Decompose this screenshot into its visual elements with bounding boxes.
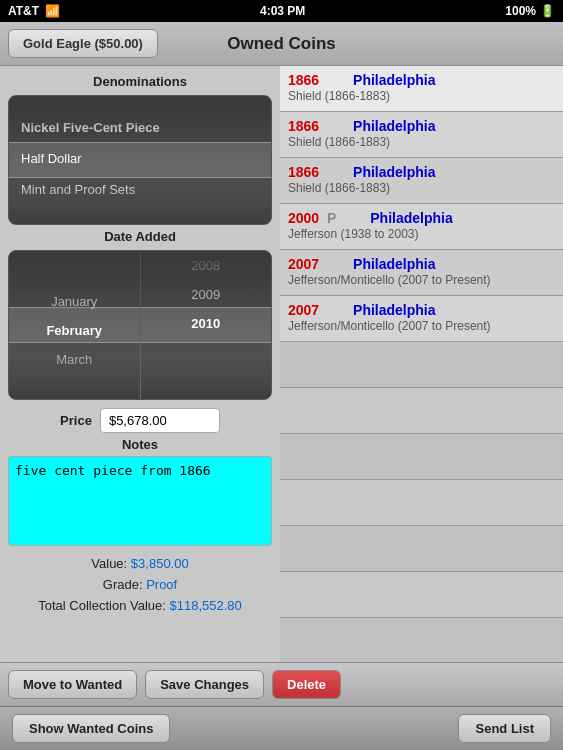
coin-year: 2007 — [288, 256, 319, 272]
picker-item-empty — [9, 96, 271, 112]
coin-desc: Shield (1866-1883) — [288, 181, 555, 195]
status-left: AT&T 📶 — [8, 4, 60, 18]
status-bar: AT&T 📶 4:03 PM 100% 🔋 — [0, 0, 563, 22]
price-input[interactable] — [100, 408, 220, 433]
month-item-empty — [9, 251, 140, 287]
list-item[interactable]: 2007 Philadelphia Jefferson/Monticello (… — [280, 296, 563, 342]
coin-p: P — [327, 210, 336, 226]
coin-desc: Shield (1866-1883) — [288, 89, 555, 103]
bottom-bar: Show Wanted Coins Send List — [0, 706, 563, 750]
coin-desc: Jefferson/Monticello (2007 to Present) — [288, 319, 555, 333]
coin-year-mint: 2007 Philadelphia — [288, 302, 555, 318]
coin-year: 1866 — [288, 72, 319, 88]
left-panel: Denominations Nickel Five-Cent Piece Hal… — [0, 66, 280, 662]
empty-row — [280, 388, 563, 434]
month-item-feb[interactable]: February — [9, 316, 140, 345]
battery-icon: 🔋 — [540, 4, 555, 18]
coin-mint: Philadelphia — [353, 118, 435, 134]
grade-value: Proof — [146, 577, 177, 592]
coin-year-mint: 2000 P Philadelphia — [288, 210, 555, 226]
status-right: 100% 🔋 — [505, 4, 555, 18]
move-to-wanted-button[interactable]: Move to Wanted — [8, 670, 137, 699]
grade-label: Grade: — [103, 577, 143, 592]
coin-year-mint: 1866 Philadelphia — [288, 118, 555, 134]
coin-mint: Philadelphia — [370, 210, 452, 226]
value-label: Value: — [91, 556, 127, 571]
year-item-2010[interactable]: 2010 — [141, 309, 272, 338]
price-label: Price — [60, 413, 92, 428]
delete-button[interactable]: Delete — [272, 670, 341, 699]
coin-year: 2007 — [288, 302, 319, 318]
value-row: Value: $3,850.00 — [8, 554, 272, 575]
coin-mint: Philadelphia — [353, 72, 435, 88]
save-changes-button[interactable]: Save Changes — [145, 670, 264, 699]
empty-row — [280, 572, 563, 618]
total-label: Total Collection Value: — [38, 598, 166, 613]
denominations-picker[interactable]: Nickel Five-Cent Piece Half Dollar Mint … — [8, 95, 272, 225]
nav-bar-title: Owned Coins — [227, 34, 336, 54]
date-picker[interactable]: January February March 2008 2009 2010 — [8, 250, 272, 400]
grade-row: Grade: Proof — [8, 575, 272, 596]
coin-year: 1866 — [288, 118, 319, 134]
list-item[interactable]: 1866 Philadelphia Shield (1866-1883) — [280, 66, 563, 112]
value-amount: $3,850.00 — [131, 556, 189, 571]
list-item[interactable]: 2000 P Philadelphia Jefferson (1938 to 2… — [280, 204, 563, 250]
month-item-mar[interactable]: March — [9, 345, 140, 374]
year-column[interactable]: 2008 2009 2010 — [141, 251, 272, 399]
picker-item-mint[interactable]: Mint and Proof Sets — [9, 174, 271, 205]
coin-mint: Philadelphia — [353, 256, 435, 272]
notes-textarea[interactable]: five cent piece from 1866 — [8, 456, 272, 546]
notes-label: Notes — [8, 437, 272, 452]
empty-row — [280, 480, 563, 526]
coin-mint: Philadelphia — [353, 164, 435, 180]
month-item-jan[interactable]: January — [9, 287, 140, 316]
total-row: Total Collection Value: $118,552.80 — [8, 596, 272, 617]
empty-row — [280, 526, 563, 572]
year-item-2009[interactable]: 2009 — [141, 280, 272, 309]
date-added-label: Date Added — [8, 229, 272, 244]
show-wanted-coins-button[interactable]: Show Wanted Coins — [12, 714, 170, 743]
empty-row — [280, 434, 563, 480]
coin-year-mint: 1866 Philadelphia — [288, 72, 555, 88]
picker-item-half[interactable]: Half Dollar — [9, 143, 271, 174]
coin-desc: Jefferson (1938 to 2003) — [288, 227, 555, 241]
carrier-label: AT&T — [8, 4, 39, 18]
action-toolbar: Move to Wanted Save Changes Delete — [0, 662, 563, 706]
list-item[interactable]: 1866 Philadelphia Shield (1866-1883) — [280, 158, 563, 204]
time-label: 4:03 PM — [260, 4, 305, 18]
empty-row — [280, 618, 563, 662]
coin-year: 1866 — [288, 164, 319, 180]
list-item[interactable]: 1866 Philadelphia Shield (1866-1883) — [280, 112, 563, 158]
empty-row — [280, 342, 563, 388]
price-row: Price — [8, 408, 272, 433]
back-button[interactable]: Gold Eagle ($50.00) — [8, 29, 158, 58]
main-content: Denominations Nickel Five-Cent Piece Hal… — [0, 66, 563, 662]
coin-mint: Philadelphia — [353, 302, 435, 318]
picker-inner: Nickel Five-Cent Piece Half Dollar Mint … — [9, 96, 271, 205]
coin-year-mint: 1866 Philadelphia — [288, 164, 555, 180]
list-item[interactable]: 2007 Philadelphia Jefferson/Monticello (… — [280, 250, 563, 296]
coin-year: 2000 — [288, 210, 319, 226]
total-amount: $118,552.80 — [170, 598, 242, 613]
picker-item-nickel[interactable]: Nickel Five-Cent Piece — [9, 112, 271, 143]
wifi-icon: 📶 — [45, 4, 60, 18]
coin-desc: Shield (1866-1883) — [288, 135, 555, 149]
coin-year-mint: 2007 Philadelphia — [288, 256, 555, 272]
coin-desc: Jefferson/Monticello (2007 to Present) — [288, 273, 555, 287]
denominations-label: Denominations — [8, 74, 272, 89]
nav-bar: Gold Eagle ($50.00) Owned Coins — [0, 22, 563, 66]
month-column[interactable]: January February March — [9, 251, 141, 399]
year-item-empty — [141, 338, 272, 374]
year-item-2008[interactable]: 2008 — [141, 251, 272, 280]
values-section: Value: $3,850.00 Grade: Proof Total Coll… — [8, 554, 272, 616]
battery-percent: 100% — [505, 4, 536, 18]
send-list-button[interactable]: Send List — [458, 714, 551, 743]
right-panel: 1866 Philadelphia Shield (1866-1883) 186… — [280, 66, 563, 662]
